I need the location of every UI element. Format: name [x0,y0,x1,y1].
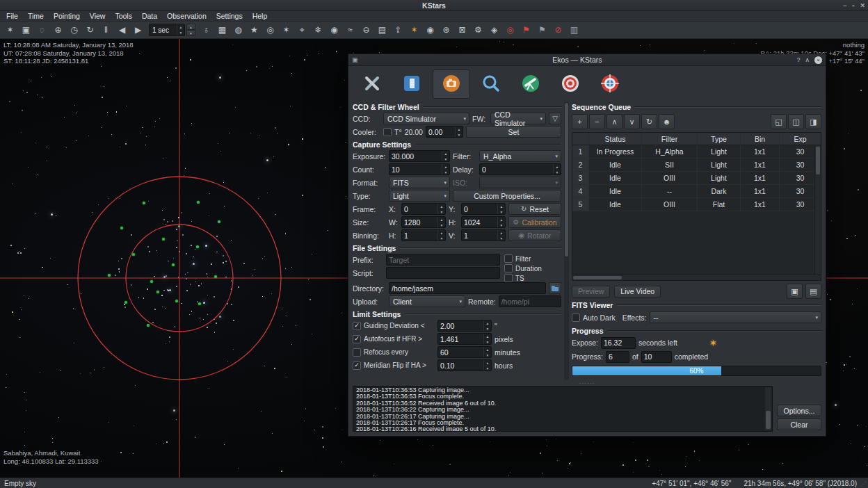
open-queue-icon[interactable]: ◱ [771,114,787,129]
spin-down-icon[interactable]: ▾ [438,209,445,215]
menu-file[interactable]: File [1,12,23,20]
browse-directory-button[interactable] [549,282,561,294]
summary-view-icon[interactable]: ▣ [787,284,803,299]
filter-prefix-checkbox[interactable]: ✓ [504,254,513,263]
tab-scheduler[interactable] [393,70,431,99]
timestep-widget[interactable]: 1 sec ▴▾ ▴ ▾ [149,24,195,36]
hips-overlay-icon[interactable]: ⊛ [438,23,454,38]
filter-manager-button[interactable]: ▽ [549,113,561,124]
spin-buttons[interactable]: ▴▾ [455,127,463,137]
milky-way-icon[interactable]: ≈ [342,23,358,38]
sky-marker[interactable] [108,274,111,277]
close-icon[interactable]: ✕ [860,2,865,9]
sky-marker[interactable] [150,280,153,283]
satellites-icon[interactable]: ⌖ [294,23,310,38]
sky-marker[interactable] [162,238,165,241]
live-video-button[interactable]: Live Video [614,286,661,298]
menu-pointing[interactable]: Pointing [49,12,85,20]
frame-x-input[interactable]: ▴▾ [401,203,446,215]
equatorial-view-icon[interactable]: ♁ [198,23,214,38]
spin-down-icon[interactable]: ▾ [438,222,445,228]
spin-buttons[interactable]: ▴▾ [483,347,491,357]
spin-up-icon[interactable]: ▴ [177,24,184,30]
supernova-alert-icon[interactable]: ✶ [406,23,422,38]
spin-buttons[interactable]: ▴▾ [483,320,491,331]
spin-up-icon[interactable]: ▴ [498,230,505,236]
find-object-icon[interactable]: ▣ [18,23,34,38]
reset-queue-icon[interactable]: ↻ [641,114,657,129]
save-queue-as-icon[interactable]: ◨ [805,114,821,129]
solar-system-icon[interactable]: ◍ [230,23,246,38]
guiding-deviation-input[interactable]: ▴▾ [437,320,492,332]
log-scrollbar[interactable] [765,387,771,430]
size-h-input[interactable]: ▴▾ [461,216,506,228]
spin-buttons[interactable]: ▴▾ [437,217,445,227]
sky-marker[interactable] [143,202,145,204]
spin-down-icon[interactable]: ▾ [498,236,505,241]
splitter-handle[interactable]: ······ [353,380,821,386]
sky-marker[interactable] [218,220,220,223]
spin-buttons[interactable]: ▴▾ [177,24,184,35]
script-input[interactable] [386,267,500,279]
pause-icon[interactable]: ‖ [98,23,114,38]
flag-red-icon[interactable]: ⚑ [518,23,534,38]
observer-icon[interactable]: ☻ [659,114,675,129]
spin-down-icon[interactable]: ▾ [554,170,561,175]
remove-job-icon[interactable]: − [589,114,605,129]
temperature-input[interactable]: ▴▾ [426,126,463,138]
count-input[interactable]: ▴▾ [389,163,450,175]
spin-buttons[interactable]: ▴▾ [442,151,449,161]
tab-mount[interactable] [512,70,549,99]
sky-marker[interactable] [156,291,159,293]
window-titlebar[interactable]: KStars – ▫ ✕ [0,0,868,11]
filter-select[interactable]: H_Alpha▾ [479,150,561,162]
step-back-icon[interactable]: ◀ [114,23,130,38]
reset-frame-button[interactable]: ↻Reset [508,203,561,215]
minimize-icon[interactable]: – [843,2,846,9]
spin-buttons[interactable]: ▴▾ [437,204,445,214]
upload-icon[interactable]: ⇪ [390,23,406,38]
options-button[interactable]: Options... [777,405,821,416]
flag-gray-icon[interactable]: ⚑ [534,23,550,38]
sky-marker[interactable] [172,263,175,266]
spin-up-icon[interactable]: ▴ [438,204,445,209]
telescope-target-icon[interactable]: ◎ [502,23,518,38]
upload-select[interactable]: Client▾ [389,295,465,307]
sky-marker[interactable] [214,275,217,278]
spin-up-icon[interactable]: ▴ [442,164,449,170]
fw-select[interactable]: CCD Simulator▾ [490,113,546,124]
spin-down-icon[interactable]: ▾ [456,132,463,138]
timestep-input[interactable]: 1 sec ▴▾ [149,24,185,36]
spin-down-icon[interactable]: ▾ [498,209,505,215]
spin-down-icon[interactable]: ▾ [438,236,445,241]
whats-interesting-icon[interactable]: ★ [246,23,262,38]
exposure-input[interactable]: ▴▾ [389,150,450,162]
sky-marker[interactable] [124,301,127,304]
sky-marker[interactable] [175,300,178,302]
time-to-now-icon[interactable]: ↻ [82,23,98,38]
tab-setup[interactable] [353,70,391,99]
spin-buttons[interactable]: ▴▾ [497,217,505,227]
spin-down-icon[interactable]: ▾ [484,366,491,371]
sky-marker[interactable] [120,227,123,229]
add-job-icon[interactable]: + [572,114,588,129]
menu-observation[interactable]: Observation [162,12,211,20]
sky-marker[interactable] [132,253,135,256]
table-row[interactable]: 2IdleSIILight1x130 [572,158,821,172]
spin-buttons[interactable]: ▴▾ [553,164,561,174]
help-icon[interactable]: ? [796,56,800,63]
horizon-icon[interactable]: ⊖ [358,23,374,38]
spin-down-icon[interactable]: ▾ [484,339,491,345]
spin-down-icon[interactable]: ▾ [498,222,505,228]
spin-up-icon[interactable]: ▴ [554,164,561,170]
prefix-input[interactable] [386,254,500,266]
spin-up-icon[interactable]: ▴ [498,204,505,209]
effects-select[interactable]: --▾ [650,311,821,323]
tab-align[interactable] [552,70,589,99]
set-temperature-button[interactable]: Set [466,126,561,138]
refocus-checkbox[interactable]: ✓ [353,348,361,357]
device-manager-icon[interactable]: ▥ [566,23,582,38]
constellation-bounds-icon[interactable]: ▤ [374,23,390,38]
menu-data[interactable]: Data [137,12,162,20]
move-job-up-icon[interactable]: ∧ [606,114,622,129]
